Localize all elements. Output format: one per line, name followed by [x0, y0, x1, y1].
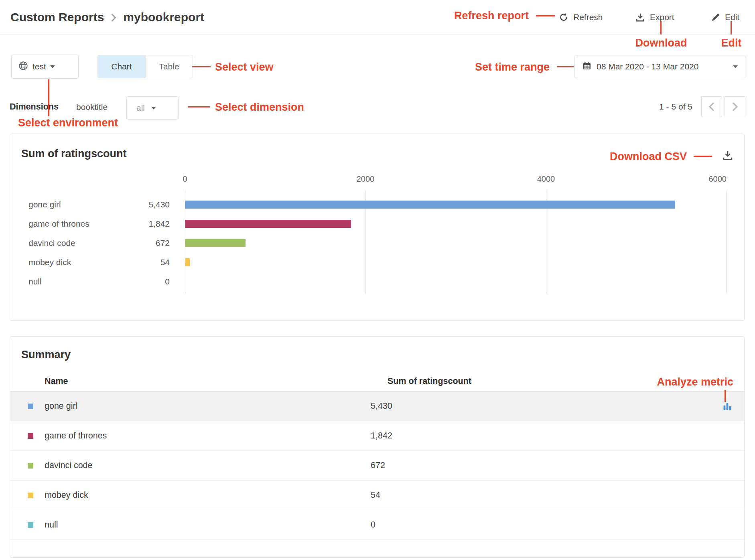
table-row: null 0	[10, 510, 744, 540]
edit-label: Edit	[725, 12, 739, 22]
x-tick-label: 0	[183, 174, 187, 184]
download-csv-button[interactable]	[722, 149, 734, 163]
row-name: davinci code	[45, 461, 371, 471]
row-value: 1,842	[371, 431, 733, 441]
breadcrumb-custom-reports-link[interactable]: Custom Reports	[10, 10, 104, 24]
row-value: 672	[371, 461, 733, 471]
chevron-right-icon	[110, 13, 117, 22]
chart-value-label: 0	[122, 277, 185, 286]
chevron-down-icon	[151, 107, 156, 110]
annotation-line-edit	[731, 21, 732, 34]
chart-category-label: mobey dick	[21, 258, 122, 267]
download-icon	[635, 12, 645, 22]
annotation-line-select-dimension	[188, 106, 210, 108]
chart-value-label: 672	[122, 238, 185, 248]
series-color-marker	[28, 463, 33, 469]
annotation-select-view: Select view	[215, 61, 274, 73]
row-name: mobey dick	[45, 490, 371, 500]
annotation-line-analyze-metric	[725, 390, 726, 402]
chart-bar-track	[185, 220, 727, 228]
edit-button[interactable]: Edit	[711, 0, 739, 34]
download-icon	[722, 149, 734, 161]
table-row: mobey dick 54	[10, 481, 744, 510]
chart-row: mobey dick 54	[21, 253, 727, 272]
chart-category-label: gone girl	[21, 200, 122, 209]
annotation-edit: Edit	[721, 37, 742, 49]
table-row: gone girl 5,430	[10, 392, 744, 421]
annotation-analyze-metric: Analyze metric	[657, 376, 733, 388]
chevron-left-icon	[708, 101, 715, 112]
column-header-name: Name	[45, 376, 388, 386]
annotation-select-environment: Select environment	[18, 117, 118, 129]
chevron-down-icon	[733, 65, 738, 68]
date-range-value: 08 Mar 2020 - 13 Mar 2020	[597, 62, 698, 71]
table-header: Name Sum of ratingscount	[10, 371, 744, 392]
environment-selector[interactable]: test	[11, 55, 79, 79]
series-color-marker	[28, 433, 33, 439]
series-color-marker	[28, 404, 33, 409]
row-value: 54	[371, 490, 733, 500]
annotation-line-download	[660, 21, 662, 34]
x-tick-label: 2000	[357, 174, 375, 184]
chart-category-label: davinci code	[21, 238, 122, 248]
bar-chart: 0 2000 4000 6000 gone girl 5,430 game of…	[21, 174, 733, 294]
view-toggle: Chart Table	[97, 55, 193, 78]
column-header-value: Sum of ratingscount	[388, 376, 471, 386]
breadcrumb: Custom Reports mybookreport	[10, 10, 204, 24]
chart-bar-track	[185, 239, 727, 247]
annotation-select-dimension: Select dimension	[215, 101, 304, 114]
dimension-value-dropdown[interactable]: all	[126, 96, 179, 120]
annotation-set-time-range: Set time range	[475, 61, 550, 73]
chart-bar	[185, 220, 351, 228]
pagination-prev-button[interactable]	[701, 96, 722, 117]
row-value: 5,430	[371, 401, 722, 411]
row-name: game of thrones	[45, 431, 371, 441]
analyze-metric-icon[interactable]	[722, 401, 733, 412]
chart-bar	[185, 201, 675, 209]
chart-bar	[185, 258, 190, 266]
chart-bar-track	[185, 278, 727, 286]
chart-bar-track	[185, 258, 727, 266]
pencil-icon	[711, 12, 720, 22]
annotation-line-refresh	[536, 15, 555, 16]
chart-bar	[185, 239, 246, 247]
breadcrumb-report-name: mybookreport	[123, 10, 204, 24]
date-range-picker[interactable]: 08 Mar 2020 - 13 Mar 2020	[574, 55, 745, 78]
chart-row: gone girl 5,430	[21, 195, 727, 214]
environment-value: test	[32, 62, 46, 71]
chart-plot-area: gone girl 5,430 game of thrones 1,842 da…	[21, 191, 727, 294]
chart-value-label: 5,430	[122, 200, 185, 209]
dimension-value: all	[136, 103, 145, 113]
chart-category-label: game of thrones	[21, 219, 122, 229]
tab-table[interactable]: Table	[145, 55, 193, 78]
export-button[interactable]: Export	[635, 0, 674, 34]
chart-row: davinci code 672	[21, 233, 727, 253]
pagination-next-button[interactable]	[725, 96, 745, 117]
row-value: 0	[371, 520, 733, 530]
table-row: davinci code 672	[10, 451, 744, 481]
annotation-line-select-environment	[48, 79, 49, 116]
tab-chart[interactable]: Chart	[98, 55, 145, 78]
table-row: game of thrones 1,842	[10, 421, 744, 451]
annotation-download: Download	[635, 37, 687, 49]
calendar-icon	[582, 61, 592, 73]
chart-value-label: 54	[122, 258, 185, 267]
chart-x-axis: 0 2000 4000 6000	[21, 174, 727, 184]
annotation-line-select-view	[192, 66, 211, 67]
dimension-name: booktitle	[76, 102, 108, 112]
chart-row: game of thrones 1,842	[21, 214, 727, 233]
pagination-range: 1 - 5 of 5	[659, 102, 692, 112]
dimensions-label: Dimensions	[10, 102, 59, 112]
pagination: 1 - 5 of 5	[659, 96, 745, 117]
globe-icon	[18, 61, 28, 73]
summary-title: Summary	[21, 349, 744, 361]
row-name: gone girl	[45, 401, 371, 411]
chart-row: null 0	[21, 272, 727, 291]
x-tick-label: 4000	[537, 174, 555, 184]
series-color-marker	[28, 522, 33, 528]
row-name: null	[45, 520, 371, 530]
chart-bar-track	[185, 201, 727, 209]
x-tick-label: 6000	[709, 174, 727, 184]
refresh-button[interactable]: Refresh	[558, 0, 603, 34]
chevron-right-icon	[731, 101, 739, 112]
